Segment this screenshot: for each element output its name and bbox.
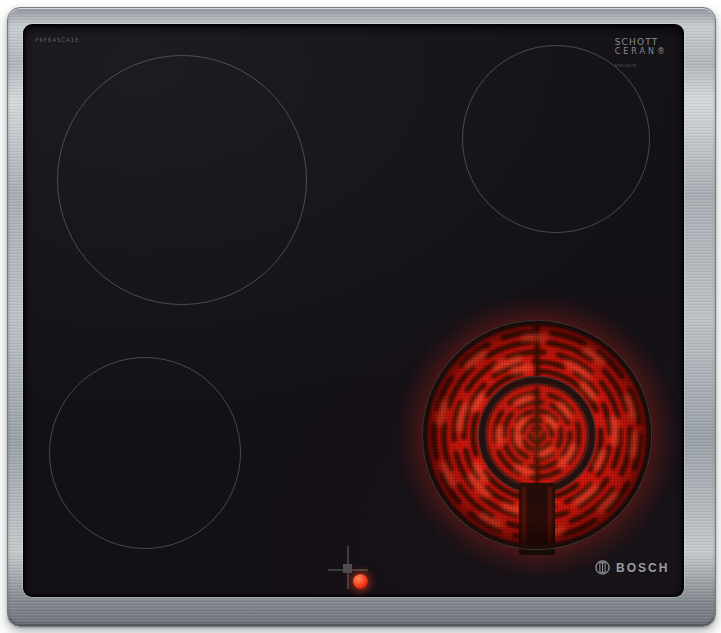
zone-rear-left (57, 55, 307, 305)
power-indicator-led (353, 574, 368, 589)
alignment-cross-center (343, 564, 352, 573)
bosch-logo-text: BOSCH (616, 561, 669, 575)
bosch-anchor-icon (595, 560, 610, 575)
schott-ceran-subtext: MIRODUR (615, 64, 668, 69)
zone-front-left (49, 357, 241, 549)
zone-rear-right (462, 45, 650, 233)
cooktop-product-photo: PKF645CA1E SCHOTT CERAN® MIRODUR BOSCH (0, 0, 721, 633)
schott-ceran-line1: SCHOTT (615, 37, 668, 47)
glass-surface: PKF645CA1E SCHOTT CERAN® MIRODUR BOSCH (23, 24, 684, 597)
zone-front-right-radiant-element (417, 305, 657, 585)
schott-ceran-line2: CERAN® (615, 47, 668, 56)
schott-ceran-label: SCHOTT CERAN® MIRODUR (615, 37, 668, 68)
model-print-label: PKF645CA1E (35, 36, 79, 43)
bosch-logo: BOSCH (595, 560, 669, 575)
